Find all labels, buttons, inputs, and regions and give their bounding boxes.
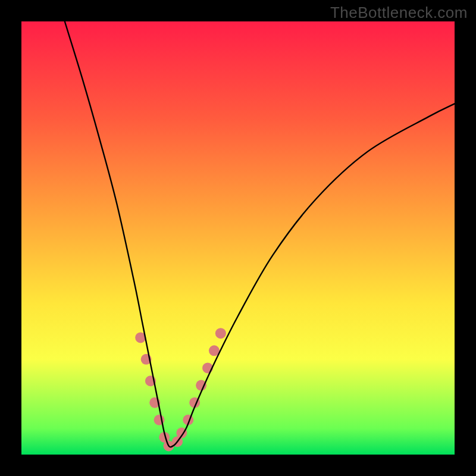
bottleneck-curve [65,21,455,447]
watermark-text: TheBottleneck.com [330,4,468,22]
plot-area [21,21,455,455]
highlight-dot [215,328,226,339]
chart-frame: TheBottleneck.com [0,0,476,476]
highlight-dots-group [135,328,226,451]
highlight-dot [196,380,206,391]
curve-svg [21,21,455,455]
